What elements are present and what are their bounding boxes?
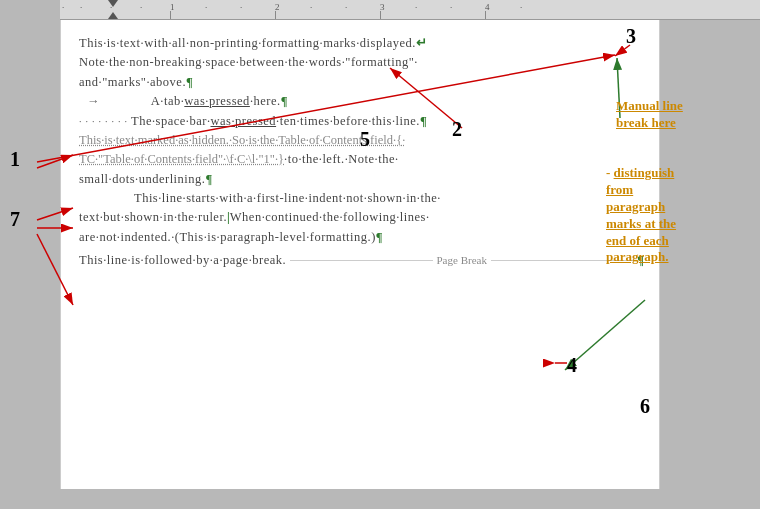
document-area: This·is·text·with·all·non-printing·forma… (60, 20, 660, 509)
ruler: · · · · 1 · · 2 · · 3 · · 4 · (60, 0, 760, 20)
line-1: This·is·text·with·all·non-printing·forma… (79, 34, 644, 53)
space-dots: ········ (79, 116, 131, 127)
line-9: text·but·shown·in·the·ruler.|When·contin… (79, 208, 644, 227)
callout-5: 5 (360, 128, 370, 151)
para-mark-5: ¶ (420, 114, 427, 128)
annotation-manual-line1: Manual line (616, 98, 683, 113)
annotation-marks-at-the: marks at the (606, 216, 676, 231)
line-2: Note·the·non-breaking·space·between·the·… (79, 53, 644, 72)
line-11: This·line·is·followed·by·a·page·break. P… (79, 251, 644, 270)
line9-text: text·but·shown·in·the·ruler. (79, 210, 227, 224)
line7-text: small·dots·underlining. (79, 172, 205, 186)
line5-text: The·space·bar·was·pressed·ten·times·befo… (131, 114, 420, 128)
line11-text: This·line·is·followed·by·a·page·break. (79, 251, 286, 270)
callout-1: 1 (10, 148, 20, 171)
left-margin (0, 20, 60, 509)
line-3: and·"marks"·above.¶ (79, 73, 644, 92)
annotation-dash: - (606, 165, 614, 180)
annotation-paragraph-period: paragraph. (606, 249, 668, 264)
annotation-distinguish-text: distinguish (614, 165, 675, 180)
callout-3: 3 (626, 25, 636, 48)
callout-7: 7 (10, 208, 20, 231)
line-8: This·line·starts·with·a·first-line·inden… (79, 189, 644, 208)
para-mark-3: ¶ (186, 75, 193, 89)
bottom-bar (0, 489, 760, 509)
hidden-text-3: ·to·the·left.·Note·the· (284, 152, 399, 166)
line10-text: are·not·indented.·(This·is·paragraph-lev… (79, 230, 376, 244)
annotation-paragraph: paragraph (606, 199, 665, 214)
line3-text: and·"marks"·above. (79, 75, 186, 89)
line1-text: This·is·text·with·all·non-printing·forma… (79, 36, 416, 50)
para-mark-4: ¶ (281, 94, 288, 108)
tab-arrow: → (87, 94, 100, 108)
line4-text: A·tab·was·pressed·here. (151, 94, 281, 108)
page-break-label: Page Break (437, 252, 487, 269)
page-break-dots (290, 260, 432, 261)
line-7: small·dots·underlining.¶ (79, 170, 644, 189)
callout-4: 4 (567, 354, 577, 377)
return-mark: ↵ (416, 36, 427, 50)
callout-6: 6 (640, 395, 650, 418)
annotation-distinguish: - distinguish from paragraph marks at th… (606, 165, 676, 266)
annotation-manual-break: Manual line break here (616, 98, 683, 132)
line-4: → A·tab·was·pressed·here.¶ (79, 92, 644, 111)
hidden-text-1: This·is·text·marked·as·hidden.·So·is·the… (79, 133, 405, 147)
line-6b: TC·"Table·of·Contents·field"·\f·C·\l·"1"… (79, 150, 644, 169)
para-mark-7: ¶ (205, 172, 212, 186)
callout-2: 2 (452, 118, 462, 141)
annotation-from: from (606, 182, 633, 197)
line8-text: This·line·starts·with·a·first-line·inden… (134, 191, 441, 205)
hidden-text-2: TC·"Table·of·Contents·field"·\f·C·\l·"1"… (79, 152, 284, 166)
para-mark-10: ¶ (376, 230, 383, 244)
line2-text: Note·the·non-breaking·space·between·the·… (79, 55, 418, 69)
annotation-manual-line2: break here (616, 115, 676, 130)
line9-text2: When·continued·the·following·lines· (230, 210, 430, 224)
annotation-end-of-each: end of each (606, 233, 669, 248)
line-10: are·not·indented.·(This·is·paragraph-lev… (79, 228, 644, 247)
